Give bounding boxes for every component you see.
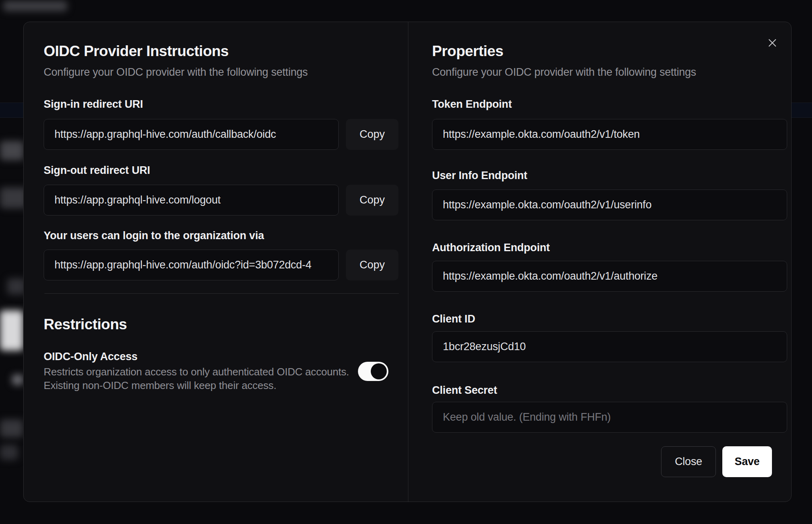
backdrop-blur-artifact — [0, 445, 18, 460]
copy-login-url-button[interactable]: Copy — [346, 250, 398, 280]
client-secret-input[interactable] — [432, 402, 787, 433]
save-button[interactable]: Save — [722, 446, 772, 477]
backdrop-blur-artifact — [12, 375, 23, 385]
toggle-knob — [371, 363, 387, 379]
backdrop-blur-artifact — [0, 310, 23, 351]
user-info-endpoint-input[interactable] — [432, 189, 787, 220]
close-button[interactable]: Close — [661, 446, 716, 477]
oidc-only-access-description: Restricts organization access to only au… — [44, 366, 349, 378]
authorization-endpoint-label: Authorization Endpoint — [432, 242, 550, 254]
instructions-subtitle: Configure your OIDC provider with the fo… — [44, 66, 308, 79]
column-divider — [408, 22, 408, 502]
authorization-endpoint-input[interactable] — [432, 261, 787, 292]
sign-out-redirect-uri-input[interactable] — [44, 185, 339, 216]
backdrop-blur-artifact — [3, 1, 67, 11]
client-id-input[interactable] — [432, 331, 787, 362]
client-secret-label: Client Secret — [432, 384, 497, 397]
backdrop-blur-artifact — [0, 141, 24, 160]
oidc-only-access-toggle[interactable] — [358, 362, 388, 381]
sign-in-redirect-uri-input[interactable] — [44, 119, 339, 150]
sign-out-redirect-uri-label: Sign-out redirect URI — [44, 164, 150, 177]
oidc-only-access-label: OIDC-Only Access — [44, 351, 137, 363]
login-url-label: Your users can login to the organization… — [44, 230, 264, 242]
copy-sign-in-uri-button[interactable]: Copy — [346, 119, 398, 150]
section-divider — [44, 293, 399, 294]
properties-subtitle: Configure your OIDC provider with the fo… — [432, 66, 696, 79]
login-url-input[interactable] — [44, 250, 339, 280]
instructions-title: OIDC Provider Instructions — [44, 43, 229, 60]
properties-title: Properties — [432, 43, 503, 60]
user-info-endpoint-label: User Info Endpoint — [432, 169, 527, 182]
restrictions-title: Restrictions — [44, 316, 127, 333]
copy-sign-out-uri-button[interactable]: Copy — [346, 185, 398, 216]
oidc-only-access-description: Existing non-OIDC members will keep thei… — [44, 379, 276, 392]
token-endpoint-label: Token Endpoint — [432, 98, 512, 111]
backdrop-blur-artifact — [0, 419, 23, 437]
close-icon — [767, 37, 778, 48]
client-id-label: Client ID — [432, 313, 475, 325]
token-endpoint-input[interactable] — [432, 119, 787, 150]
dialog-close-button[interactable] — [764, 35, 780, 51]
sign-in-redirect-uri-label: Sign-in redirect URI — [44, 98, 143, 111]
oidc-settings-dialog: OIDC Provider Instructions Configure you… — [23, 22, 792, 502]
